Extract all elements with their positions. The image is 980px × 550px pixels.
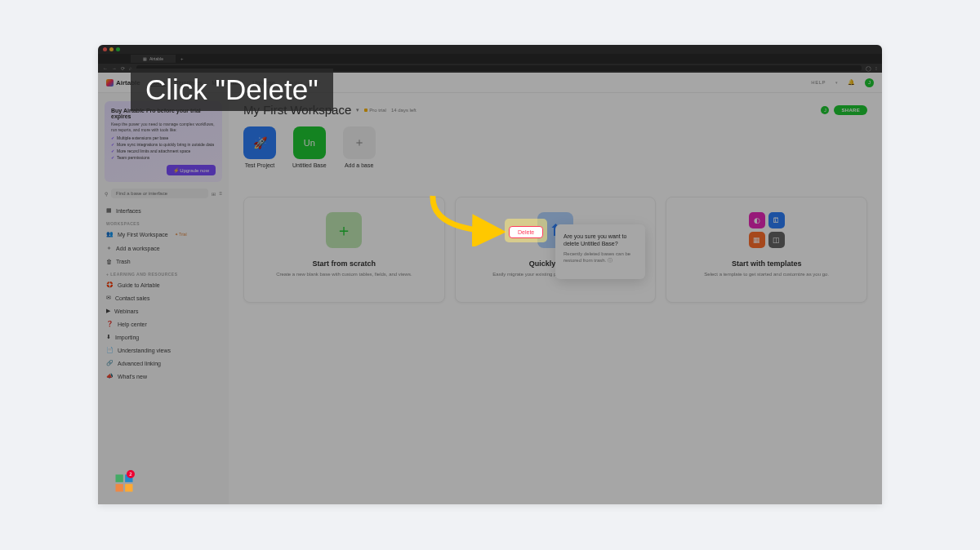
sidebar-link-contact[interactable]: ✉Contact sales (105, 292, 222, 304)
user-avatar[interactable]: J (865, 78, 874, 87)
minimize-dot[interactable] (109, 47, 114, 51)
sidebar-link-webinars[interactable]: ▶Webinars (105, 305, 222, 317)
popover-title: Are you sure you want to delete Untitled… (564, 233, 637, 247)
link-icon: ❓ (106, 321, 114, 327)
upgrade-button[interactable]: ⚡ Upgrade now (167, 165, 216, 175)
promo-item: More sync integrations to quickly bring … (111, 142, 216, 147)
link-label: Advanced linking (118, 361, 161, 366)
promo-item: Team permissions (111, 155, 216, 160)
interfaces-icon: ▦ (106, 207, 112, 214)
plus-icon: ＋ (343, 126, 376, 159)
tab-favicon: ▦ (143, 56, 147, 61)
chevron-down-icon[interactable]: ▾ (356, 107, 359, 113)
base-label: Add a base (345, 162, 373, 168)
new-tab-icon[interactable]: + (180, 56, 184, 61)
sidebar-item-label: Trash (116, 259, 131, 264)
template-icon: ▦ (749, 232, 765, 248)
link-icon: ⬇ (106, 334, 111, 340)
pro-dot-icon (364, 109, 368, 112)
link-label: Guide to Airtable (118, 282, 160, 288)
card-desc: Create a new blank base with custom tabl… (276, 272, 412, 278)
trial-badge: ✦ Trial (175, 232, 187, 237)
link-label: Contact sales (115, 295, 149, 301)
promo-item: More record limits and attachment space (111, 149, 216, 153)
help-link[interactable]: HELP (811, 80, 826, 85)
base-icon: 🚀 (243, 126, 276, 159)
sidebar-link-views[interactable]: 📄Understanding views (105, 344, 222, 356)
base-label: Untitled Base (292, 162, 327, 168)
base-test-project[interactable]: 🚀 Test Project (243, 126, 276, 168)
base-icon: Un (293, 126, 326, 159)
promo-item: Multiple extensions per base (111, 135, 216, 140)
window-titlebar (98, 45, 882, 54)
badge-count: 2 (127, 470, 135, 478)
sidebar-link-guide[interactable]: 🛟Guide to Airtable (105, 279, 222, 291)
notifications-icon[interactable]: 🔔 (848, 79, 855, 86)
main-content: My First Workspace ▾ Pro trial 14 days l… (229, 93, 882, 504)
card-start-scratch[interactable]: ＋ Start from scratch Create a new blank … (243, 197, 445, 303)
link-icon: ▶ (106, 308, 110, 314)
card-title: Start from scratch (313, 259, 376, 268)
card-desc: Select a template to get started and cus… (704, 272, 829, 278)
browser-tab[interactable]: ▦ Airtable (131, 55, 176, 63)
share-button[interactable]: SHARE (834, 105, 867, 115)
sidebar-interfaces[interactable]: ▦ Interfaces (105, 205, 222, 216)
grid-icon[interactable]: ⊞ (212, 191, 216, 197)
search-icon: ⚲ (105, 191, 108, 197)
workspace-label: My First Workspace (118, 232, 168, 237)
sidebar-link-help[interactable]: ❓Help center (105, 318, 222, 330)
plus-icon: ＋ (326, 212, 362, 248)
sidebar-item-label: Add a workspace (116, 246, 160, 251)
sidebar-trash[interactable]: 🗑 Trash (105, 256, 222, 267)
delete-confirmation-popover: Are you sure you want to delete Untitled… (555, 224, 645, 279)
sidebar: Buy Airtable Pro before your trial expir… (98, 93, 229, 504)
menu-icon[interactable]: ⁝ (875, 65, 877, 71)
list-icon[interactable]: ≡ (219, 191, 222, 196)
sidebar-workspace[interactable]: 👥 My First Workspace ✦ Trial (105, 228, 222, 240)
link-icon: ✉ (106, 295, 111, 301)
delete-button-highlight: Delete (505, 219, 547, 242)
sidebar-link-whatsnew[interactable]: 📣What's new (105, 370, 222, 382)
sidebar-link-importing[interactable]: ⬇Importing (105, 331, 222, 343)
base-untitled[interactable]: Un Untitled Base (292, 126, 327, 168)
pro-trial-label: Pro trial (369, 108, 386, 113)
browser-tabbar: ▦ Airtable + (98, 54, 882, 64)
templates-grid-icon: ◐ 🗓 ▦ ◫ (749, 212, 785, 248)
upgrade-promo: Buy Airtable Pro before your trial expir… (105, 101, 222, 182)
close-dot[interactable] (103, 47, 107, 51)
card-templates[interactable]: ◐ 🗓 ▦ ◫ Start with templates Select a te… (666, 197, 867, 303)
extension-icon[interactable]: ◯ (866, 65, 871, 71)
workspace-icon: 👥 (106, 231, 114, 237)
delete-button[interactable]: Delete (509, 226, 543, 238)
add-base[interactable]: ＋ Add a base (343, 126, 376, 168)
sidebar-add-workspace[interactable]: ＋ Add a workspace (105, 242, 222, 255)
plus-icon: ＋ (106, 244, 112, 252)
back-icon[interactable]: ← (103, 66, 108, 71)
logo-icon (106, 79, 114, 86)
card-title: Start with templates (732, 259, 802, 268)
workspaces-header: WORKSPACES (106, 221, 222, 226)
link-label: Help center (118, 322, 147, 327)
sidebar-link-linking[interactable]: 🔗Advanced linking (105, 357, 222, 369)
trash-icon: 🗑 (106, 259, 112, 264)
popover-note: Recently deleted bases can be restored f… (564, 251, 637, 264)
maximize-dot[interactable] (116, 47, 120, 51)
instruction-overlay: Click "Delete" (131, 69, 333, 111)
base-label: Test Project (245, 162, 275, 168)
promo-subtitle: Keep the power you need to manage comple… (111, 122, 216, 132)
sidebar-search-input[interactable] (111, 189, 208, 198)
template-icon: 🗓 (768, 212, 785, 228)
link-label: Webinars (114, 308, 138, 314)
link-icon: 📣 (106, 373, 114, 379)
template-icon: ◐ (749, 212, 765, 228)
link-icon: 🛟 (106, 282, 114, 288)
reload-icon[interactable]: ⟳ (121, 65, 125, 71)
link-label: Understanding views (118, 348, 171, 353)
template-icon: ◫ (768, 232, 785, 248)
forward-icon[interactable]: → (112, 66, 117, 71)
link-icon: 🔗 (106, 360, 114, 366)
help-chevron-icon: ▾ (835, 80, 838, 85)
collaborator-avatar[interactable]: J (821, 106, 829, 114)
days-left: 14 days left (391, 108, 416, 113)
pro-trial-badge: Pro trial (364, 108, 386, 113)
